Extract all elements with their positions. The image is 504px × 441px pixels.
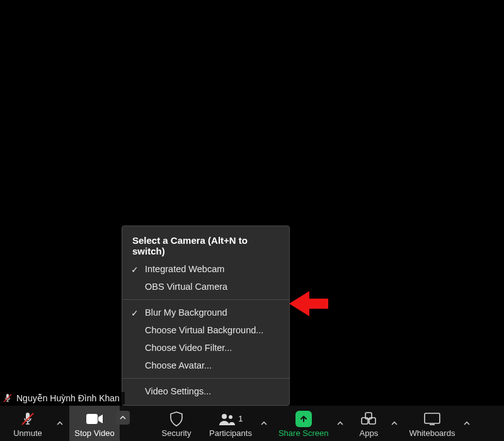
video-options-caret[interactable] [116,411,130,425]
menu-item-blur-background[interactable]: ✓ Blur My Background [122,304,289,321]
check-icon: ✓ [131,308,139,318]
menu-item-label: Choose Avatar... [145,360,212,370]
toolbar-label: Whiteboards [409,428,455,438]
chevron-up-icon [261,420,267,427]
whiteboards-button[interactable]: Whiteboards [404,406,460,441]
svg-point-5 [229,415,232,419]
toolbar-label: Apps [360,428,379,438]
share-screen-icon [295,411,312,427]
menu-item-video-settings[interactable]: Video Settings... [122,382,289,400]
menu-item-label: Blur My Background [145,307,227,318]
menu-item-virtual-background[interactable]: Choose Virtual Background... [122,321,289,339]
svg-rect-3 [86,414,98,424]
toolbar-label: Unmute [13,428,42,438]
participant-name-badge: Nguyễn Huỳnh Đình Khan [1,392,125,404]
microphone-muted-icon [3,393,13,403]
chevron-up-icon [464,420,470,427]
participants-button[interactable]: 1 Participants [204,406,257,441]
toolbar-label: Share Screen [278,428,329,438]
toolbar-label: Stop Video [74,428,114,438]
menu-item-label: Choose Virtual Background... [145,325,263,335]
menu-item-choose-avatar[interactable]: Choose Avatar... [122,357,289,374]
svg-rect-9 [425,413,440,423]
check-icon: ✓ [131,265,139,275]
microphone-muted-icon [20,411,35,427]
menu-item-video-filter[interactable]: Choose Video Filter... [122,339,289,357]
apps-icon [361,411,376,427]
toolbar-label: Security [162,428,192,438]
menu-item-label: Integrated Webcam [145,264,224,274]
unmute-button[interactable]: Unmute [3,406,53,441]
participants-options-caret[interactable] [257,406,271,441]
chevron-up-icon [391,420,398,427]
menu-item-label: OBS Virtual Camera [145,282,227,292]
menu-item-label: Choose Video Filter... [145,343,232,353]
share-screen-button[interactable]: Share Screen [273,406,334,441]
security-button[interactable]: Security [151,406,202,441]
stop-video-button[interactable]: Stop Video [69,406,120,441]
menu-item-integrated-webcam[interactable]: ✓ Integrated Webcam [122,260,289,278]
menu-header: Select a Camera (Alt+N to switch) [122,231,289,260]
share-options-caret[interactable] [333,406,347,441]
apps-options-caret[interactable] [387,406,401,441]
menu-divider [122,299,289,300]
whiteboards-options-caret[interactable] [460,406,474,441]
whiteboard-icon [424,411,440,427]
chevron-up-icon [57,420,63,427]
svg-point-4 [222,414,227,419]
video-camera-icon [86,411,103,427]
meeting-toolbar: Unmute Stop Video S [0,406,504,441]
menu-item-obs-virtual-camera[interactable]: OBS Virtual Camera [122,278,289,295]
shield-icon [169,411,183,427]
chevron-up-icon [120,415,126,421]
video-options-menu: Select a Camera (Alt+N to switch) ✓ Inte… [122,226,290,406]
toolbar-label: Participants [209,428,252,438]
audio-options-caret[interactable] [53,406,67,441]
apps-button[interactable]: Apps [350,406,387,441]
menu-divider [122,378,289,379]
participant-name-label: Nguyễn Huỳnh Đình Khan [16,393,120,403]
chevron-up-icon [337,420,343,427]
participants-icon: 1 [218,411,243,427]
menu-item-label: Video Settings... [145,386,211,396]
participants-count: 1 [238,414,243,423]
